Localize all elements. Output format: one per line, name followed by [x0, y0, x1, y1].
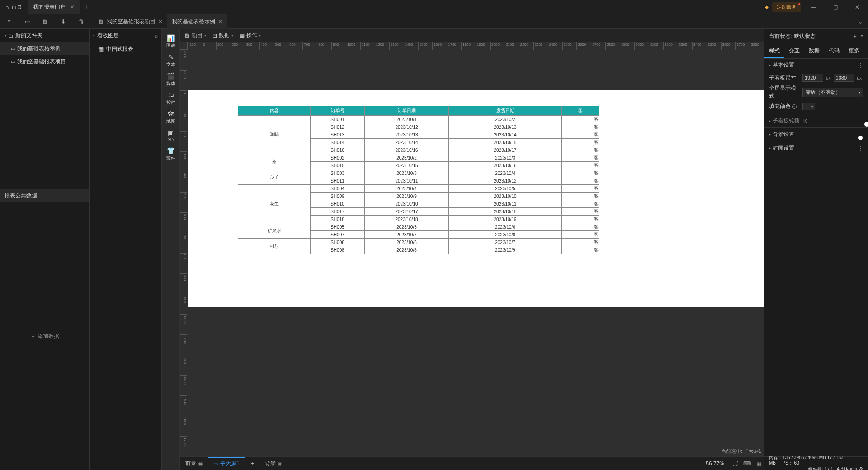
maximize-button[interactable]: ▢ [826, 0, 844, 14]
keyboard-icon[interactable]: ⌨ [741, 461, 754, 467]
add-data-label: 添加数据 [38, 333, 59, 340]
close-icon[interactable]: ✕ [158, 19, 163, 25]
info-icon[interactable]: ? [792, 104, 797, 109]
menu-project[interactable]: 🗎项目▾ [184, 32, 206, 39]
info-icon[interactable]: ? [803, 119, 807, 123]
chevron-down-icon: ▾ [859, 90, 860, 94]
caret-down-icon: ▾ [769, 63, 771, 67]
canvas-page[interactable]: 内容订单号订单日期发货日期客咖啡SH0012023/10/12023/10/2客… [188, 90, 764, 307]
sidebar-item-1[interactable]: ▭ 我的基础表格示例 [0, 42, 89, 55]
tab-portal[interactable]: 我的报表门户 ✕ [28, 0, 80, 14]
open-button[interactable]: ▭ [18, 14, 36, 29]
section-cover[interactable]: ▸ 封面设置 ⋮ [764, 141, 868, 155]
tab-data[interactable]: 数据 [804, 44, 824, 58]
map-icon: 🗺 [168, 110, 174, 118]
canvas[interactable]: -100010020030040050060070080090010001100… [180, 42, 764, 456]
search-icon[interactable]: ⌕ [155, 33, 158, 39]
more-icon[interactable]: ⋮ [858, 62, 863, 69]
caret-right-icon: ▸ [769, 146, 771, 150]
layer-item-label: 中国式报表 [106, 45, 133, 53]
section-background[interactable]: ▸ 背景设置 [764, 128, 868, 141]
more-icon[interactable]: ⋮ [858, 145, 863, 151]
tab-more[interactable]: 更多 [844, 44, 864, 58]
palette-text[interactable]: ✎文本 [162, 51, 180, 70]
add-screen-button[interactable]: ＋ [245, 460, 259, 467]
close-icon[interactable]: ✕ [218, 19, 222, 25]
caret-left-icon[interactable]: ‹ [93, 33, 94, 38]
bottom-tab-screen1[interactable]: ▭ 子大屏1 [208, 457, 245, 470]
menu-button[interactable]: ≡ [0, 14, 18, 29]
fill-label: 填充颜色? [769, 103, 801, 110]
section-basic[interactable]: ▾ 基本设置 ⋮ [764, 59, 868, 72]
custom-service-button[interactable]: 定制服务 [772, 2, 801, 12]
new-tab-button[interactable]: ＋ [80, 3, 94, 11]
height-input[interactable] [834, 74, 854, 82]
folder-icon: 🗀 [8, 33, 14, 39]
display-label: 全屏显示模式 [769, 85, 801, 100]
zoom-level[interactable]: 56.77% [700, 461, 730, 467]
add-data-button[interactable]: ＋ 添加数据 [0, 202, 89, 470]
delete-button[interactable]: 🗑 [72, 14, 90, 29]
status-bar: 内存：136 / 3956 / 4096 MB 17 / 153 MB FPS：… [764, 456, 868, 470]
palette-suite[interactable]: 👕套件 [162, 144, 180, 163]
palette-3d[interactable]: ▣3D [162, 127, 180, 144]
plus-icon: ＋ [30, 333, 36, 340]
tab-interact[interactable]: 交互 [784, 44, 804, 58]
ruler-vertical: -200-10001002003004005006007008009001000… [180, 50, 187, 456]
current-selection: 当前选中: 子大屏1 [721, 448, 761, 455]
bottom-tab-foreground[interactable]: 前景 ◉ [180, 457, 208, 470]
grid-icon[interactable]: ▦ [754, 461, 764, 467]
tab-home[interactable]: ⌂ 首页 [0, 0, 28, 14]
close-icon[interactable]: ✕ [70, 4, 74, 10]
media-icon: 🎬 [167, 72, 175, 80]
fill-color-swatch[interactable] [802, 103, 815, 110]
data-table[interactable]: 内容订单号订单日期发货日期客咖啡SH0012023/10/12023/10/2客… [238, 106, 599, 254]
layer-item-chinese-report[interactable]: ▦ 中国式报表 [90, 42, 161, 56]
bottom-tab-background[interactable]: 背景 ◉ [259, 457, 288, 470]
home-icon: ⌂ [5, 4, 9, 10]
new-file-button[interactable]: 🗎 [36, 14, 54, 29]
display-mode-select[interactable]: 缩放（不滚动）▾ [802, 88, 863, 97]
folder-root[interactable]: ▾ 🗀 新的文件夹 [0, 29, 89, 42]
section-carousel[interactable]: ▸ 子看板轮播? [764, 114, 868, 127]
home-label: 首页 [11, 3, 22, 11]
close-window-button[interactable]: ✕ [848, 0, 866, 14]
palette-control[interactable]: 🗂控件 [162, 89, 180, 108]
palette-media[interactable]: 🎬媒体 [162, 70, 180, 89]
cube-icon: ▣ [168, 129, 174, 136]
caret-down-icon: ▾ [5, 33, 6, 38]
tab-code[interactable]: 代码 [824, 44, 844, 58]
suite-icon: 👕 [167, 147, 175, 154]
eye-icon[interactable]: ◉ [198, 461, 203, 467]
width-input[interactable] [802, 74, 823, 82]
file-tab-1-label: 我的空基础报表项目 [107, 18, 156, 25]
expand-button[interactable]: ⌄ [853, 19, 868, 25]
state-value: 默认状态 [794, 33, 816, 40]
caret-right-icon: ▸ [769, 119, 771, 123]
file-icon: ▭ [11, 46, 15, 52]
palette-map[interactable]: 🗺地图 [162, 108, 180, 127]
report-icon: ▦ [99, 46, 104, 52]
screen-icon: ▭ [213, 461, 218, 467]
file-tab-1[interactable]: 🗎 我的空基础报表项目 ✕ [94, 14, 167, 29]
size-label: 子看板尺寸 [769, 74, 801, 82]
folder-label: 新的文件夹 [15, 32, 42, 39]
fit-icon[interactable]: ⛶ [730, 461, 741, 467]
menu-operation[interactable]: ▦操作▾ [240, 32, 261, 39]
palette-chart[interactable]: 📊图表 [162, 32, 180, 51]
add-state-button[interactable]: ＋ [849, 33, 860, 40]
menu-data[interactable]: ⊟数据▾ [212, 32, 233, 39]
portal-label: 我的报表门户 [33, 3, 66, 11]
tab-style[interactable]: 样式 [764, 44, 784, 58]
public-data-header[interactable]: 报表公共数据 [0, 189, 89, 202]
diamond-icon: ◆ [765, 5, 769, 9]
doc-icon: 🗎 [184, 33, 190, 39]
minimize-button[interactable]: — [805, 0, 823, 14]
state-menu-button[interactable]: ≡ [860, 33, 863, 40]
text-icon: ✎ [168, 53, 174, 61]
eye-icon[interactable]: ◉ [278, 461, 282, 467]
download-button[interactable]: ⬇ [54, 14, 72, 29]
sidebar-item-2[interactable]: ▭ 我的空基础报表项目 [0, 55, 89, 68]
db-icon: ⊟ [212, 33, 217, 39]
file-tab-2[interactable]: 我的基础表格示例 ✕ [167, 14, 227, 29]
